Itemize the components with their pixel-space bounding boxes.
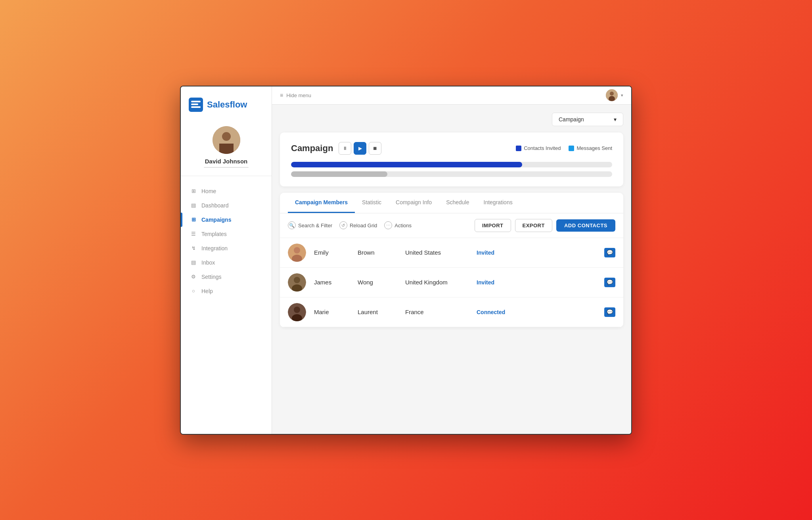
sidebar-item-home[interactable]: ⊞ Home	[181, 184, 272, 198]
contact-chat-1[interactable]: 💬	[604, 278, 615, 287]
play-button[interactable]: ▶	[354, 142, 366, 155]
tab-campaign-members[interactable]: Campaign Members	[288, 193, 355, 213]
legend-messages: Messages Sent	[569, 145, 612, 151]
user-name: David Johnson	[205, 158, 248, 165]
content-area: Campaign ▾ Campaign ⏸ ▶ ⏹	[272, 105, 631, 434]
dashboard-icon: ▤	[190, 202, 197, 209]
members-card: Campaign Members Statistic Compaign Info…	[280, 193, 623, 327]
contact-avatar-0	[288, 244, 306, 262]
contact-country-0: United States	[405, 249, 469, 256]
nav-label-integration: Integration	[201, 245, 228, 251]
contacts-progress-track	[291, 162, 612, 167]
contact-first-1: James	[314, 279, 350, 286]
actions-label: Actions	[395, 223, 412, 228]
svg-point-17	[294, 307, 300, 313]
contact-chat-0[interactable]: 💬	[604, 248, 615, 257]
table-row: James Wong United Kingdom Invited 💬	[280, 268, 623, 297]
nav-label-help: Help	[201, 288, 213, 294]
contact-status-1: Invited	[477, 279, 516, 286]
svg-point-11	[294, 247, 300, 253]
sidebar-item-templates[interactable]: ☰ Templates	[181, 227, 272, 241]
nav-label-templates: Templates	[201, 231, 227, 237]
contacts-progress-fill	[291, 162, 522, 167]
svg-point-8	[610, 92, 614, 96]
avatar	[213, 126, 240, 154]
logo-icon	[189, 98, 203, 112]
sidebar-item-campaigns[interactable]: ⊞ Campaigns	[181, 213, 272, 227]
main-content: ≡ Hide menu ▾ Campaign	[272, 86, 631, 434]
campaign-title: Campaign	[291, 143, 333, 154]
sidebar-item-settings[interactable]: ⚙ Settings	[181, 270, 272, 284]
control-buttons: ⏸ ▶ ⏹	[339, 142, 381, 155]
sidebar-item-dashboard[interactable]: ▤ Dashboard	[181, 198, 272, 213]
svg-rect-6	[219, 144, 234, 154]
campaign-header: Campaign ⏸ ▶ ⏹ Contacts Invited	[291, 142, 612, 155]
tab-schedule[interactable]: Schedule	[439, 193, 476, 213]
contact-country-1: United Kingdom	[405, 279, 469, 286]
user-area: David Johnson	[181, 120, 272, 176]
add-contacts-button[interactable]: ADD CONTACTS	[556, 219, 615, 232]
search-filter-button[interactable]: 🔍 Search & Filter	[288, 221, 332, 229]
tab-campaign-info[interactable]: Compaign Info	[389, 193, 439, 213]
campaign-dropdown[interactable]: Campaign ▾	[552, 113, 623, 126]
nav-label-inbox: Inbox	[201, 259, 215, 266]
campaign-dropdown-row: Campaign ▾	[280, 113, 623, 126]
contact-status-2: Connected	[477, 309, 516, 315]
table-row: Emily Brown United States Invited 💬	[280, 238, 623, 268]
progress-bars	[291, 162, 612, 177]
user-divider	[204, 167, 249, 168]
contact-first-2: Marie	[314, 309, 350, 315]
search-filter-label: Search & Filter	[298, 223, 332, 228]
nav-label-campaigns: Campaigns	[201, 217, 231, 223]
nav-label-dashboard: Dashboard	[201, 202, 229, 209]
app-name: Salesflow	[207, 100, 247, 110]
campaign-dropdown-label: Campaign	[559, 116, 584, 123]
contacts-legend-dot	[516, 146, 521, 151]
settings-icon: ⚙	[190, 274, 197, 280]
hamburger-icon: ≡	[280, 92, 283, 98]
contact-last-0: Brown	[358, 249, 397, 256]
contacts-legend-label: Contacts Invited	[524, 145, 561, 151]
pause-button[interactable]: ⏸	[339, 142, 351, 155]
messages-progress-fill	[291, 171, 387, 177]
import-button[interactable]: IMPORT	[475, 219, 511, 232]
svg-rect-0	[191, 101, 201, 102]
sidebar-item-integration[interactable]: ↯ Integration	[181, 241, 272, 255]
reload-grid-button[interactable]: ↺ Reload Grid	[339, 221, 377, 229]
svg-point-4	[222, 132, 231, 141]
sidebar-item-inbox[interactable]: ▤ Inbox	[181, 255, 272, 270]
legend-contacts: Contacts Invited	[516, 145, 561, 151]
top-bar: ≡ Hide menu ▾	[272, 86, 631, 105]
contact-last-1: Wong	[358, 279, 397, 286]
home-icon: ⊞	[190, 188, 197, 194]
tab-integrations[interactable]: Integrations	[477, 193, 520, 213]
contact-chat-2[interactable]: 💬	[604, 307, 615, 317]
nav-label-settings: Settings	[201, 274, 222, 280]
messages-progress-track	[291, 171, 612, 177]
campaign-title-area: Campaign ⏸ ▶ ⏹	[291, 142, 381, 155]
tab-statistic[interactable]: Statistic	[355, 193, 389, 213]
sidebar-item-help[interactable]: ○ Help	[181, 284, 272, 298]
topbar-user-arrow: ▾	[621, 93, 623, 98]
toolbar-row: 🔍 Search & Filter ↺ Reload Grid ⋯ Action…	[280, 213, 623, 238]
topbar-avatar	[606, 89, 618, 101]
contact-first-0: Emily	[314, 249, 350, 256]
legend-area: Contacts Invited Messages Sent	[516, 145, 612, 151]
campaign-card: Campaign ⏸ ▶ ⏹ Contacts Invited	[280, 132, 623, 186]
sidebar: Salesflow David Johnson ⊞ Home ▤ Das	[181, 86, 272, 434]
messages-legend-dot	[569, 146, 574, 151]
templates-icon: ☰	[190, 231, 197, 237]
tabs-row: Campaign Members Statistic Compaign Info…	[280, 193, 623, 213]
contact-country-2: France	[405, 309, 469, 315]
nav-menu: ⊞ Home ▤ Dashboard ⊞ Campaigns ☰ Templat…	[181, 176, 272, 434]
contact-avatar-1	[288, 273, 306, 292]
export-button[interactable]: EXPORT	[515, 219, 552, 232]
table-row: Marie Laurent France Connected 💬	[280, 297, 623, 327]
help-icon: ○	[190, 288, 197, 294]
contact-status-0: Invited	[477, 249, 516, 256]
contact-last-2: Laurent	[358, 309, 397, 315]
campaign-dropdown-arrow: ▾	[614, 116, 617, 123]
hide-menu-button[interactable]: ≡ Hide menu	[280, 92, 311, 98]
stop-button[interactable]: ⏹	[369, 142, 381, 155]
actions-button[interactable]: ⋯ Actions	[384, 221, 412, 229]
